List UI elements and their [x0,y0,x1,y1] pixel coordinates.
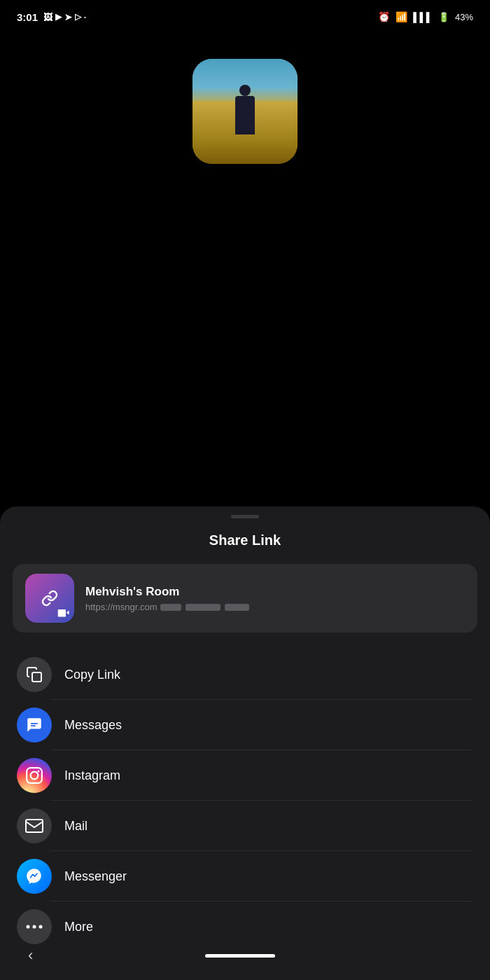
more-label: More [64,920,93,934]
dot-indicator: • [84,14,86,20]
status-time-area: 3:01 🖼 ▶ ➤ ▷ • [17,11,86,23]
svg-rect-0 [32,672,41,682]
bottom-nav: ‹ [0,938,490,980]
share-item-messages[interactable]: Messages [0,700,490,750]
time-display: 3:01 [17,11,38,23]
navigation-icon: ➤ [64,12,72,22]
svg-rect-1 [27,768,42,783]
instagram-label: Instagram [64,768,120,783]
audio-icon: ▷ [75,12,81,22]
room-url: https://msngr.com [85,602,281,612]
status-icons: 🖼 ▶ ➤ ▷ • [43,12,86,22]
sheet-title: Share Link [0,532,490,548]
person-silhouette [235,96,255,134]
svg-point-3 [37,770,39,772]
instagram-icon [17,758,52,793]
messenger-label: Messenger [64,869,127,884]
status-right-icons: ⏰ 📶 ▌▌▌ 🔋 43% [378,11,473,22]
mail-label: Mail [64,819,88,834]
signal-icon: ▌▌▌ [413,12,433,22]
link-icon [41,590,58,607]
app-icon [192,59,298,164]
image-icon: 🖼 [43,12,52,22]
bottom-sheet: Share Link Mehvish's Room https://msngr.… [0,506,490,980]
wifi-icon: 📶 [396,11,407,22]
share-item-messenger[interactable]: Messenger [0,851,490,902]
svg-point-7 [39,925,43,929]
room-info: Mehvish's Room https://msngr.com [85,585,465,612]
room-card: Mehvish's Room https://msngr.com [13,564,477,633]
svg-rect-4 [26,820,43,832]
share-item-copy-link[interactable]: Copy Link [0,649,490,700]
alarm-icon: ⏰ [378,11,390,22]
messages-icon [17,708,52,743]
battery-percentage: 43% [455,12,473,22]
share-options-list: Copy Link Messages Instagram [0,649,490,952]
room-name: Mehvish's Room [85,585,465,599]
copy-link-icon [17,657,52,692]
video-camera-icon [57,609,70,619]
status-bar: 3:01 🖼 ▶ ➤ ▷ • ⏰ 📶 ▌▌▌ 🔋 43% [0,0,490,31]
copy-link-label: Copy Link [64,668,120,682]
app-icon-area [0,31,490,178]
share-item-instagram[interactable]: Instagram [0,750,490,801]
video-icon: ▶ [55,12,62,22]
svg-point-5 [27,925,30,929]
battery-icon: 🔋 [438,12,449,22]
drag-handle[interactable] [231,515,259,518]
mail-icon [17,808,52,843]
svg-point-2 [31,772,38,780]
messages-label: Messages [64,718,122,733]
home-indicator[interactable] [205,954,275,958]
room-icon [25,574,74,623]
messenger-icon [17,859,52,894]
svg-point-6 [33,925,36,929]
back-button[interactable]: ‹ [28,946,33,965]
share-item-mail[interactable]: Mail [0,801,490,851]
